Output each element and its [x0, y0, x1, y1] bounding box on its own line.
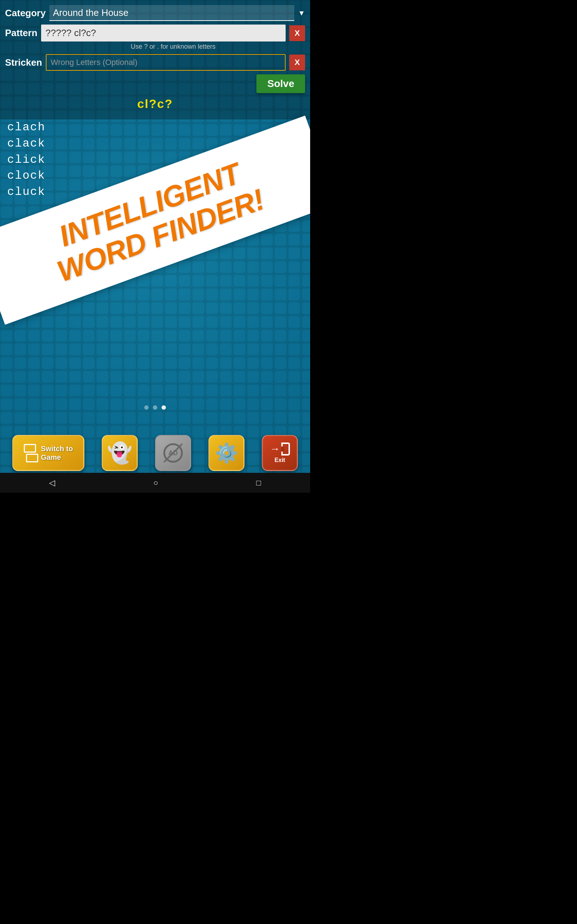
exit-arrow-icon: → [270, 443, 280, 455]
stricken-row: Stricken X [5, 54, 305, 71]
pattern-row: Pattern X [5, 24, 305, 42]
home-button[interactable]: ○ [153, 478, 158, 488]
ghost-button[interactable]: 👻 [102, 435, 138, 471]
query-display: cl?c? [5, 97, 305, 111]
settings-gear-icon: ⚙️ [215, 442, 239, 464]
no-ads-button[interactable]: AD [155, 435, 191, 471]
category-arrow-icon: ▼ [298, 9, 305, 17]
stricken-clear-button[interactable]: X [289, 55, 305, 70]
category-label: Category [5, 8, 46, 19]
solve-button[interactable]: Solve [256, 74, 305, 93]
dot-1 [144, 405, 148, 410]
hint-text: Use ? or . for unknown letters [5, 43, 305, 50]
switch-to-game-label: Switch toGame [41, 444, 73, 462]
exit-label: Exit [274, 457, 285, 464]
switch-to-game-button[interactable]: Switch toGame [12, 435, 84, 471]
page-dots [0, 405, 310, 410]
recent-apps-button[interactable]: □ [256, 478, 261, 488]
ghost-icon: 👻 [107, 441, 132, 465]
settings-button[interactable]: ⚙️ [208, 435, 245, 471]
dot-3 [161, 405, 166, 410]
exit-button[interactable]: → Exit [262, 435, 298, 471]
solve-row: Solve [5, 74, 305, 93]
pattern-label: Pattern [5, 27, 37, 39]
android-nav-bar: ◁ ○ □ [0, 473, 310, 493]
category-select[interactable]: Around the House [49, 5, 295, 21]
stricken-label: Stricken [5, 57, 42, 68]
category-row: Category Around the House ▼ [5, 5, 305, 21]
bottom-toolbar: Switch toGame 👻 AD ⚙️ → [0, 435, 310, 471]
back-button[interactable]: ◁ [49, 478, 55, 488]
pattern-clear-button[interactable]: X [289, 25, 305, 41]
stricken-input[interactable] [46, 54, 285, 71]
dot-2 [153, 405, 157, 410]
pattern-input[interactable] [41, 24, 285, 42]
